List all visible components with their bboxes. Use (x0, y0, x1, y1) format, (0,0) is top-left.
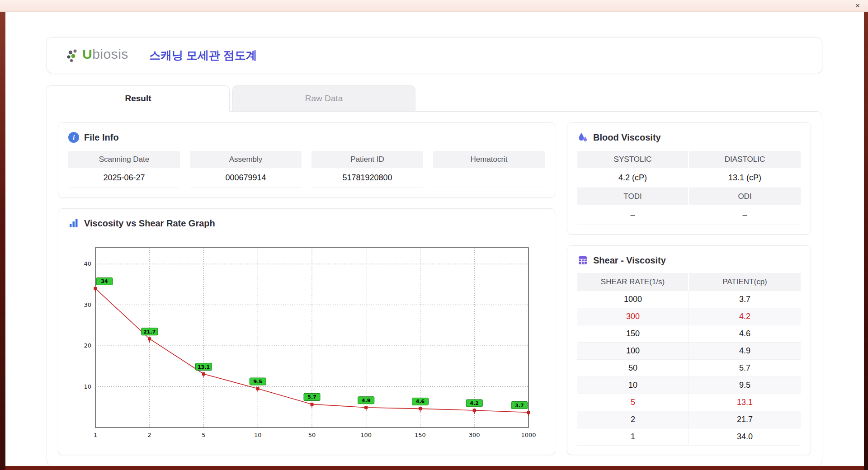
brand-text: Ubiosis (82, 47, 128, 62)
table-row: 505.7 (577, 360, 801, 377)
close-icon[interactable]: × (854, 2, 862, 9)
patient-cell: 5.7 (689, 360, 801, 376)
table-row: 3004.2 (577, 308, 801, 325)
shear-rate-cell: 1 (577, 428, 689, 445)
shear-viscosity-title: Shear - Viscosity (593, 255, 666, 266)
svg-text:50: 50 (308, 432, 316, 438)
field-value: 000679914 (190, 168, 302, 188)
svg-text:20: 20 (84, 342, 91, 349)
patient-header: PATIENT(cp) (689, 273, 801, 291)
tab-result[interactable]: Result (47, 85, 230, 112)
shear-rate-cell: 2 (577, 411, 689, 428)
blood-viscosity-title: Blood Viscosity (593, 132, 661, 143)
field-label: Patient ID (311, 151, 423, 168)
brand-rest: biosis (92, 47, 128, 61)
shear-viscosity-title-row: Shear - Viscosity (577, 255, 801, 266)
svg-text:30: 30 (84, 301, 91, 308)
window-content: Ubiosis 스캐닝 모세관 점도계 Result Raw Data i Fi… (5, 12, 864, 466)
field-label: Hematocrit (433, 151, 545, 168)
window-edge-bottom (0, 466, 868, 470)
droplets-icon (577, 132, 588, 143)
field-value: 2025-06-27 (68, 168, 180, 188)
field-value (433, 168, 545, 187)
right-column: Blood Viscosity SYSTOLIC DIASTOLIC 4.2 (… (567, 122, 811, 455)
svg-text:5: 5 (202, 432, 205, 438)
shear-rate-cell: 300 (577, 308, 689, 325)
shear-rate-cell: 50 (577, 360, 689, 376)
table-row: 10003.7 (577, 291, 801, 308)
patient-cell: 4.6 (689, 325, 801, 342)
table-row: 513.1 (577, 394, 801, 411)
blood-viscosity-card: Blood Viscosity SYSTOLIC DIASTOLIC 4.2 (… (567, 122, 811, 235)
systolic-value: 4.2 (cP) (577, 168, 689, 188)
field-hematocrit: Hematocrit (433, 151, 545, 188)
svg-text:10: 10 (254, 432, 262, 438)
todi-value: – (577, 205, 689, 225)
chart-area: 10203040125105010015030010003421.713.19.… (68, 229, 545, 446)
field-scanning-date: Scanning Date 2025-06-27 (68, 151, 180, 188)
svg-text:40: 40 (84, 260, 91, 267)
field-label: Scanning Date (68, 151, 180, 168)
svg-text:4.9: 4.9 (362, 398, 371, 404)
file-info-card: i File Info Scanning Date 2025-06-27 Ass… (58, 122, 555, 197)
table-row: 109.5 (577, 377, 801, 394)
odi-value: – (689, 205, 801, 225)
file-info-title: File Info (84, 132, 119, 143)
graph-title-row: Viscosity vs Shear Rate Graph (68, 218, 545, 229)
table-row: 221.7 (577, 411, 801, 428)
patient-cell: 4.9 (689, 343, 801, 359)
logo-dots-icon (66, 48, 81, 64)
svg-text:150: 150 (415, 432, 426, 438)
shear-table-body: 10003.73004.21504.61004.9505.7109.5513.1… (577, 291, 801, 446)
svg-text:21.7: 21.7 (143, 329, 156, 335)
page-title: 스캐닝 모세관 점도계 (149, 48, 257, 63)
app-header: Ubiosis 스캐닝 모세관 점도계 (47, 37, 822, 73)
left-column: i File Info Scanning Date 2025-06-27 Ass… (58, 122, 555, 455)
graph-title: Viscosity vs Shear Rate Graph (84, 218, 215, 229)
blood-viscosity-title-row: Blood Viscosity (577, 132, 801, 143)
viscosity-chart-svg: 10203040125105010015030010003421.713.19.… (72, 235, 542, 444)
svg-text:100: 100 (360, 432, 372, 438)
shear-rate-cell: 150 (577, 325, 689, 342)
svg-text:9.5: 9.5 (254, 379, 263, 385)
svg-text:300: 300 (469, 432, 480, 438)
diastolic-value: 13.1 (cP) (689, 168, 801, 188)
result-panel: i File Info Scanning Date 2025-06-27 Ass… (47, 111, 822, 466)
patient-cell: 9.5 (689, 377, 801, 394)
patient-cell: 13.1 (689, 394, 801, 411)
odi-label: ODI (689, 188, 801, 205)
diastolic-label: DIASTOLIC (689, 151, 801, 168)
svg-text:1000: 1000 (521, 432, 536, 438)
todi-label: TODI (577, 188, 689, 205)
shear-rate-cell: 100 (577, 343, 689, 359)
brand-letter-u: U (82, 47, 92, 61)
svg-text:34: 34 (101, 278, 108, 284)
field-value: 51781920800 (311, 168, 423, 188)
table-row: 134.0 (577, 428, 801, 446)
file-info-title-row: i File Info (68, 132, 545, 143)
patient-cell: 4.2 (689, 308, 801, 325)
shear-viscosity-table: SHEAR RATE(1/s) PATIENT(cp) 10003.73004.… (577, 273, 801, 446)
svg-text:4.6: 4.6 (416, 399, 425, 404)
table-row: 1004.9 (577, 343, 801, 360)
svg-text:5.7: 5.7 (307, 394, 316, 400)
svg-text:13.1: 13.1 (198, 364, 210, 370)
tab-raw-data[interactable]: Raw Data (232, 85, 415, 111)
svg-text:2: 2 (148, 432, 151, 438)
table-grid-icon (577, 255, 588, 266)
file-info-fields: Scanning Date 2025-06-27 Assembly 000679… (68, 151, 545, 188)
shear-rate-cell: 1000 (577, 291, 689, 308)
info-icon: i (68, 132, 79, 143)
svg-text:10: 10 (84, 383, 91, 390)
table-row: 1504.6 (577, 325, 801, 343)
blood-viscosity-grid: SYSTOLIC DIASTOLIC 4.2 (cP) 13.1 (cP) TO… (577, 151, 801, 225)
field-label: Assembly (190, 151, 302, 168)
table-header-row: SHEAR RATE(1/s) PATIENT(cp) (577, 273, 801, 291)
field-patient-id: Patient ID 51781920800 (311, 151, 423, 188)
svg-text:3.7: 3.7 (515, 403, 524, 409)
window-edge-right (864, 0, 868, 470)
bar-chart-icon (68, 218, 79, 229)
viscosity-graph-card: Viscosity vs Shear Rate Graph 1020304012… (58, 208, 555, 455)
svg-text:1: 1 (94, 432, 97, 438)
window-edge-left (0, 0, 5, 470)
